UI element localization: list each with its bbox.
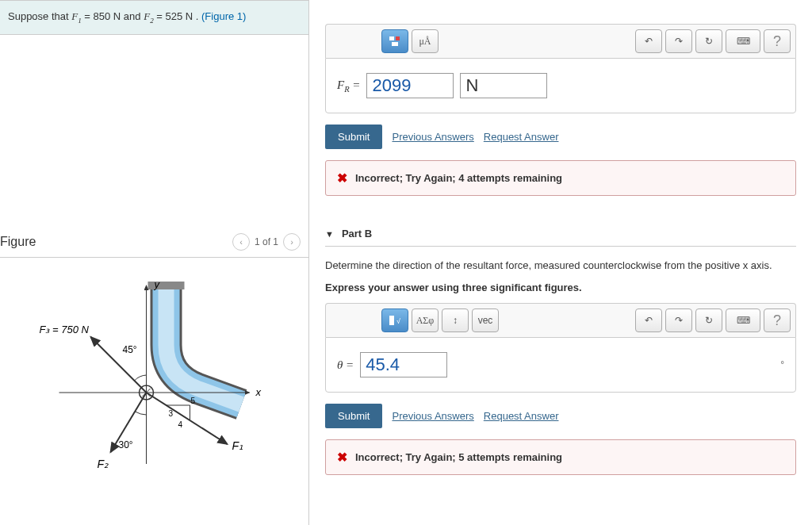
- reset-button[interactable]: ↻: [695, 29, 722, 53]
- part-b-answer: √ ΑΣφ ↕ vec ↶ ↷ ↻ ⌨ ? θ = ° Submit Pre: [325, 303, 796, 475]
- svg-rect-20: [396, 36, 400, 40]
- feedback-text-b: Incorrect; Try Again; 5 attempts remaini…: [355, 451, 562, 463]
- undo-button[interactable]: ↶: [635, 29, 662, 53]
- left-panel: Suppose that F1 = 850 N and F2 = 525 N .…: [0, 0, 309, 525]
- svg-text:√: √: [396, 317, 400, 325]
- feedback-a: ✖ Incorrect; Try Again; 4 attempts remai…: [325, 160, 796, 196]
- svg-text:4: 4: [178, 420, 183, 429]
- feedback-text-a: Incorrect; Try Again; 4 attempts remaini…: [355, 172, 562, 184]
- figure-next-button[interactable]: ›: [283, 233, 301, 251]
- svg-rect-22: [389, 316, 394, 325]
- vec-button[interactable]: vec: [472, 308, 499, 332]
- fr-label: FR =: [337, 79, 360, 94]
- figure-title: Figure: [0, 235, 36, 249]
- svg-text:3: 3: [169, 409, 174, 418]
- svg-text:F₃ = 750 N: F₃ = 750 N: [40, 324, 90, 335]
- svg-text:x: x: [255, 386, 262, 398]
- x-icon-b: ✖: [337, 450, 347, 465]
- feedback-b: ✖ Incorrect; Try Again; 5 attempts remai…: [325, 439, 796, 475]
- answer-box-a: FR =: [325, 58, 796, 113]
- problem-statement: Suppose that F1 = 850 N and F2 = 525 N .…: [0, 0, 308, 35]
- figure-nav: ‹ 1 of 1 ›: [232, 233, 301, 251]
- fr-value-input[interactable]: [366, 73, 454, 98]
- greek-button[interactable]: ΑΣφ: [412, 308, 439, 332]
- answer-box-b: θ = °: [325, 337, 796, 393]
- help-button-b[interactable]: ?: [764, 308, 791, 332]
- previous-answers-link-b[interactable]: Previous Answers: [392, 410, 473, 422]
- figure-header: Figure ‹ 1 of 1 ›: [0, 225, 308, 258]
- part-b-header[interactable]: ▼ Part B: [325, 220, 796, 247]
- submit-button-b[interactable]: Submit: [325, 404, 382, 428]
- svg-rect-0: [148, 282, 185, 289]
- format-button[interactable]: [381, 29, 408, 53]
- part-a-answer: μÅ ↶ ↷ ↻ ⌨ ? FR = Submit Previous Answer…: [325, 24, 796, 196]
- degree-symbol: °: [780, 359, 784, 370]
- keyboard-button-b[interactable]: ⌨: [726, 308, 760, 332]
- svg-rect-19: [389, 36, 394, 40]
- updown-button[interactable]: ↕: [442, 308, 469, 332]
- part-b-title: Part B: [342, 228, 372, 240]
- keyboard-button[interactable]: ⌨: [726, 29, 760, 53]
- svg-rect-21: [392, 42, 398, 46]
- redo-button-b[interactable]: ↷: [665, 308, 692, 332]
- figure-link[interactable]: (Figure 1): [201, 10, 246, 22]
- submit-button-a[interactable]: Submit: [325, 125, 382, 149]
- svg-text:45°: 45°: [123, 344, 137, 355]
- svg-text:5: 5: [191, 397, 196, 405]
- figure-diagram: x y F₃ = 750 N 45° F₁ 5 4 3 F₂: [0, 258, 308, 480]
- theta-value-input[interactable]: [360, 352, 447, 377]
- toolbar-b: √ ΑΣφ ↕ vec ↶ ↷ ↻ ⌨ ?: [325, 303, 796, 337]
- part-b-instruction1: Determine the direction of the resultant…: [325, 258, 796, 274]
- units-button[interactable]: μÅ: [412, 29, 439, 53]
- request-answer-link-b[interactable]: Request Answer: [484, 410, 559, 422]
- figure-count: 1 of 1: [255, 236, 278, 247]
- format-button-b[interactable]: √: [381, 308, 408, 332]
- part-b-instruction2: Express your answer using three signific…: [325, 280, 796, 296]
- x-icon: ✖: [337, 171, 347, 186]
- redo-button[interactable]: ↷: [665, 29, 692, 53]
- theta-label: θ =: [337, 358, 354, 372]
- figure-prev-button[interactable]: ‹: [232, 233, 250, 251]
- help-button[interactable]: ?: [764, 29, 791, 53]
- reset-button-b[interactable]: ↻: [695, 308, 722, 332]
- fr-unit-input[interactable]: [460, 73, 547, 98]
- svg-line-8: [91, 337, 147, 393]
- collapse-icon: ▼: [325, 229, 334, 239]
- previous-answers-link-a[interactable]: Previous Answers: [392, 131, 473, 143]
- svg-text:30°: 30°: [119, 439, 133, 450]
- undo-button-b[interactable]: ↶: [635, 308, 662, 332]
- svg-text:F₂: F₂: [98, 458, 109, 470]
- toolbar-a: μÅ ↶ ↷ ↻ ⌨ ?: [325, 24, 796, 58]
- request-answer-link-a[interactable]: Request Answer: [484, 131, 559, 143]
- svg-text:F₁: F₁: [232, 439, 244, 452]
- right-panel: μÅ ↶ ↷ ↻ ⌨ ? FR = Submit Previous Answer…: [309, 0, 812, 525]
